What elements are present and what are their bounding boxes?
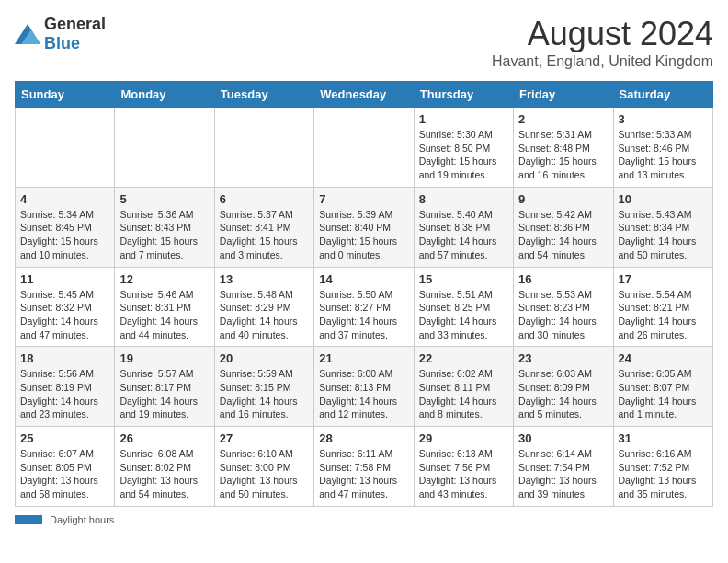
calendar-cell: 21Sunrise: 6:00 AM Sunset: 8:13 PM Dayli… — [314, 347, 414, 427]
col-saturday: Saturday — [613, 82, 712, 108]
day-number: 24 — [619, 351, 708, 365]
calendar-cell: 6Sunrise: 5:37 AM Sunset: 8:41 PM Daylig… — [214, 187, 313, 267]
calendar-cell: 9Sunrise: 5:42 AM Sunset: 8:36 PM Daylig… — [514, 187, 613, 267]
day-info: Sunrise: 5:57 AM Sunset: 8:17 PM Dayligh… — [119, 367, 209, 421]
day-info: Sunrise: 5:59 AM Sunset: 8:15 PM Dayligh… — [220, 367, 309, 421]
title-block: August 2024 Havant, England, United King… — [492, 15, 713, 70]
col-monday: Monday — [115, 82, 214, 108]
day-number: 15 — [419, 272, 508, 286]
calendar-cell: 8Sunrise: 5:40 AM Sunset: 8:38 PM Daylig… — [414, 187, 513, 267]
day-number: 5 — [119, 192, 209, 206]
day-number: 29 — [419, 431, 508, 445]
week-row-3: 18Sunrise: 5:56 AM Sunset: 8:19 PM Dayli… — [16, 347, 713, 427]
day-info: Sunrise: 6:00 AM Sunset: 8:13 PM Dayligh… — [319, 367, 408, 421]
day-info: Sunrise: 6:13 AM Sunset: 7:56 PM Dayligh… — [419, 447, 508, 501]
day-number: 9 — [518, 192, 608, 206]
logo-text: General Blue — [44, 15, 106, 53]
week-row-4: 25Sunrise: 6:07 AM Sunset: 8:05 PM Dayli… — [16, 427, 713, 507]
day-info: Sunrise: 5:43 AM Sunset: 8:34 PM Dayligh… — [619, 208, 708, 262]
calendar-cell: 10Sunrise: 5:43 AM Sunset: 8:34 PM Dayli… — [613, 187, 712, 267]
calendar-cell: 4Sunrise: 5:34 AM Sunset: 8:45 PM Daylig… — [16, 187, 115, 267]
calendar-cell: 2Sunrise: 5:31 AM Sunset: 8:48 PM Daylig… — [514, 108, 613, 188]
day-info: Sunrise: 6:08 AM Sunset: 8:02 PM Dayligh… — [119, 447, 209, 501]
col-thursday: Thursday — [414, 82, 513, 108]
col-sunday: Sunday — [16, 82, 115, 108]
day-info: Sunrise: 5:48 AM Sunset: 8:29 PM Dayligh… — [220, 288, 309, 342]
calendar-cell — [314, 108, 414, 188]
day-info: Sunrise: 5:42 AM Sunset: 8:36 PM Dayligh… — [518, 208, 608, 262]
day-info: Sunrise: 5:34 AM Sunset: 8:45 PM Dayligh… — [20, 208, 109, 262]
footer-bar-icon — [15, 515, 42, 524]
day-info: Sunrise: 5:45 AM Sunset: 8:32 PM Dayligh… — [20, 288, 109, 342]
col-friday: Friday — [514, 82, 613, 108]
calendar-cell: 13Sunrise: 5:48 AM Sunset: 8:29 PM Dayli… — [214, 267, 313, 347]
day-number: 8 — [419, 192, 508, 206]
day-info: Sunrise: 5:30 AM Sunset: 8:50 PM Dayligh… — [419, 128, 508, 182]
week-row-2: 11Sunrise: 5:45 AM Sunset: 8:32 PM Dayli… — [16, 267, 713, 347]
day-number: 2 — [518, 112, 608, 126]
col-wednesday: Wednesday — [314, 82, 414, 108]
logo-icon — [15, 24, 40, 44]
day-number: 11 — [20, 272, 109, 286]
calendar-cell: 26Sunrise: 6:08 AM Sunset: 8:02 PM Dayli… — [115, 427, 214, 507]
calendar-cell: 18Sunrise: 5:56 AM Sunset: 8:19 PM Dayli… — [16, 347, 115, 427]
day-number: 31 — [619, 431, 708, 445]
calendar-cell: 23Sunrise: 6:03 AM Sunset: 8:09 PM Dayli… — [514, 347, 613, 427]
day-info: Sunrise: 5:33 AM Sunset: 8:46 PM Dayligh… — [619, 128, 708, 182]
day-info: Sunrise: 5:40 AM Sunset: 8:38 PM Dayligh… — [419, 208, 508, 262]
day-number: 17 — [619, 272, 708, 286]
calendar-cell: 19Sunrise: 5:57 AM Sunset: 8:17 PM Dayli… — [115, 347, 214, 427]
day-number: 22 — [419, 351, 508, 365]
day-number: 20 — [220, 351, 309, 365]
col-tuesday: Tuesday — [214, 82, 313, 108]
day-number: 23 — [518, 351, 608, 365]
logo-blue: Blue — [44, 34, 80, 52]
day-info: Sunrise: 5:54 AM Sunset: 8:21 PM Dayligh… — [619, 288, 708, 342]
day-number: 25 — [20, 431, 109, 445]
day-number: 30 — [518, 431, 608, 445]
calendar-cell — [16, 108, 115, 188]
day-info: Sunrise: 5:36 AM Sunset: 8:43 PM Dayligh… — [119, 208, 209, 262]
calendar-cell: 30Sunrise: 6:14 AM Sunset: 7:54 PM Dayli… — [514, 427, 613, 507]
day-number: 13 — [220, 272, 309, 286]
day-number: 3 — [619, 112, 708, 126]
day-number: 1 — [419, 112, 508, 126]
day-number: 10 — [619, 192, 708, 206]
day-info: Sunrise: 5:31 AM Sunset: 8:48 PM Dayligh… — [518, 128, 608, 182]
day-info: Sunrise: 6:11 AM Sunset: 7:58 PM Dayligh… — [319, 447, 408, 501]
week-row-0: 1Sunrise: 5:30 AM Sunset: 8:50 PM Daylig… — [16, 108, 713, 188]
day-info: Sunrise: 5:51 AM Sunset: 8:25 PM Dayligh… — [419, 288, 508, 342]
logo-general: General — [44, 15, 106, 33]
day-info: Sunrise: 6:16 AM Sunset: 7:52 PM Dayligh… — [619, 447, 708, 501]
week-row-1: 4Sunrise: 5:34 AM Sunset: 8:45 PM Daylig… — [16, 187, 713, 267]
day-number: 12 — [119, 272, 209, 286]
day-info: Sunrise: 6:03 AM Sunset: 8:09 PM Dayligh… — [518, 367, 608, 421]
calendar-cell: 22Sunrise: 6:02 AM Sunset: 8:11 PM Dayli… — [414, 347, 513, 427]
calendar-cell — [115, 108, 214, 188]
day-info: Sunrise: 5:39 AM Sunset: 8:40 PM Dayligh… — [319, 208, 408, 262]
calendar-cell: 7Sunrise: 5:39 AM Sunset: 8:40 PM Daylig… — [314, 187, 414, 267]
calendar-cell: 31Sunrise: 6:16 AM Sunset: 7:52 PM Dayli… — [613, 427, 712, 507]
day-number: 14 — [319, 272, 408, 286]
day-info: Sunrise: 6:10 AM Sunset: 8:00 PM Dayligh… — [220, 447, 309, 501]
day-number: 27 — [220, 431, 309, 445]
day-info: Sunrise: 6:02 AM Sunset: 8:11 PM Dayligh… — [419, 367, 508, 421]
calendar-cell: 14Sunrise: 5:50 AM Sunset: 8:27 PM Dayli… — [314, 267, 414, 347]
month-title: August 2024 — [492, 15, 713, 53]
calendar-cell: 1Sunrise: 5:30 AM Sunset: 8:50 PM Daylig… — [414, 108, 513, 188]
day-number: 16 — [518, 272, 608, 286]
calendar-cell: 17Sunrise: 5:54 AM Sunset: 8:21 PM Dayli… — [613, 267, 712, 347]
calendar-cell: 11Sunrise: 5:45 AM Sunset: 8:32 PM Dayli… — [16, 267, 115, 347]
day-info: Sunrise: 6:07 AM Sunset: 8:05 PM Dayligh… — [20, 447, 109, 501]
day-number: 26 — [119, 431, 209, 445]
location: Havant, England, United Kingdom — [492, 53, 713, 70]
calendar-table: Sunday Monday Tuesday Wednesday Thursday… — [15, 81, 713, 507]
day-number: 4 — [20, 192, 109, 206]
day-number: 7 — [319, 192, 408, 206]
calendar-cell: 27Sunrise: 6:10 AM Sunset: 8:00 PM Dayli… — [214, 427, 313, 507]
calendar-cell: 16Sunrise: 5:53 AM Sunset: 8:23 PM Dayli… — [514, 267, 613, 347]
calendar-cell: 29Sunrise: 6:13 AM Sunset: 7:56 PM Dayli… — [414, 427, 513, 507]
calendar-cell: 28Sunrise: 6:11 AM Sunset: 7:58 PM Dayli… — [314, 427, 414, 507]
day-number: 21 — [319, 351, 408, 365]
day-number: 28 — [319, 431, 408, 445]
